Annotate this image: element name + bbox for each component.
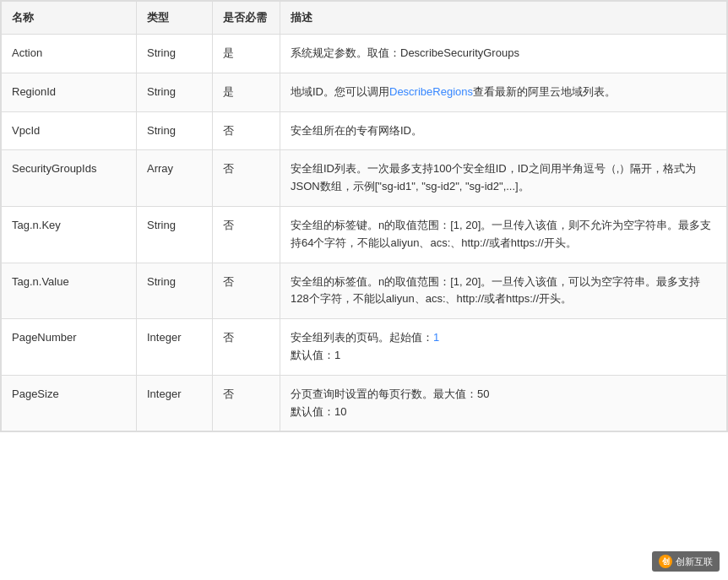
cell-required: 是 <box>213 35 280 73</box>
cell-required: 否 <box>213 150 280 207</box>
description-link[interactable]: DescribeRegions <box>389 85 473 98</box>
cell-name: Tag.n.Value <box>2 263 137 319</box>
cell-type: Array <box>137 150 213 207</box>
cell-required: 否 <box>213 319 280 376</box>
cell-description: 地域ID。您可以调用DescribeRegions查看最新的阿里云地域列表。 <box>280 73 727 111</box>
cell-name: PageNumber <box>2 319 137 376</box>
cell-name: VpcId <box>2 111 137 150</box>
cell-name: SecurityGroupIds <box>2 150 137 207</box>
table-header-row: 名称 类型 是否必需 描述 <box>2 2 727 35</box>
table-row: PageSizeInteger否分页查询时设置的每页行数。最大值：50默认值：1… <box>2 375 727 431</box>
cell-description: 安全组的标签值。n的取值范围：[1, 20]。一旦传入该值，可以为空字符串。最多… <box>280 263 727 319</box>
cell-type: Integer <box>137 319 213 376</box>
cell-required: 否 <box>213 206 280 263</box>
cell-name: PageSize <box>2 375 137 431</box>
cell-required: 否 <box>213 375 280 431</box>
cell-type: String <box>137 111 213 150</box>
cell-type: Integer <box>137 375 213 431</box>
cell-description: 安全组列表的页码。起始值：1默认值：1 <box>280 319 727 376</box>
table-row: SecurityGroupIdsArray否安全组ID列表。一次最多支持100个… <box>2 150 727 207</box>
cell-required: 否 <box>213 263 280 319</box>
col-header-required: 是否必需 <box>213 2 280 35</box>
cell-required: 是 <box>213 73 280 111</box>
cell-name: Action <box>2 35 137 73</box>
table-row: Tag.n.ValueString否安全组的标签值。n的取值范围：[1, 20]… <box>2 263 727 319</box>
watermark-icon: 创 <box>659 555 672 568</box>
watermark-label: 创新互联 <box>676 556 713 568</box>
watermark: 创 创新互联 <box>652 551 720 572</box>
api-params-table: 名称 类型 是否必需 描述 ActionString是系统规定参数。取值：Des… <box>0 0 728 432</box>
cell-type: String <box>137 73 213 111</box>
cell-description: 分页查询时设置的每页行数。最大值：50默认值：10 <box>280 375 727 431</box>
col-header-description: 描述 <box>280 2 727 35</box>
table-row: Tag.n.KeyString否安全组的标签键。n的取值范围：[1, 20]。一… <box>2 206 727 263</box>
col-header-type: 类型 <box>137 2 213 35</box>
description-highlight: 1 <box>433 331 439 344</box>
cell-name: Tag.n.Key <box>2 206 137 263</box>
cell-type: String <box>137 35 213 73</box>
cell-name: RegionId <box>2 73 137 111</box>
table-row: VpcIdString否安全组所在的专有网络ID。 <box>2 111 727 150</box>
cell-type: String <box>137 206 213 263</box>
table-row: RegionIdString是地域ID。您可以调用DescribeRegions… <box>2 73 727 111</box>
cell-description: 安全组所在的专有网络ID。 <box>280 111 727 150</box>
table-row: PageNumberInteger否安全组列表的页码。起始值：1默认值：1 <box>2 319 727 376</box>
cell-description: 安全组的标签键。n的取值范围：[1, 20]。一旦传入该值，则不允许为空字符串。… <box>280 206 727 263</box>
col-header-name: 名称 <box>2 2 137 35</box>
cell-type: String <box>137 263 213 319</box>
cell-description: 系统规定参数。取值：DescribeSecurityGroups <box>280 35 727 73</box>
cell-required: 否 <box>213 111 280 150</box>
cell-description: 安全组ID列表。一次最多支持100个安全组ID，ID之间用半角逗号（,）隔开，格… <box>280 150 727 207</box>
table-row: ActionString是系统规定参数。取值：DescribeSecurityG… <box>2 35 727 73</box>
